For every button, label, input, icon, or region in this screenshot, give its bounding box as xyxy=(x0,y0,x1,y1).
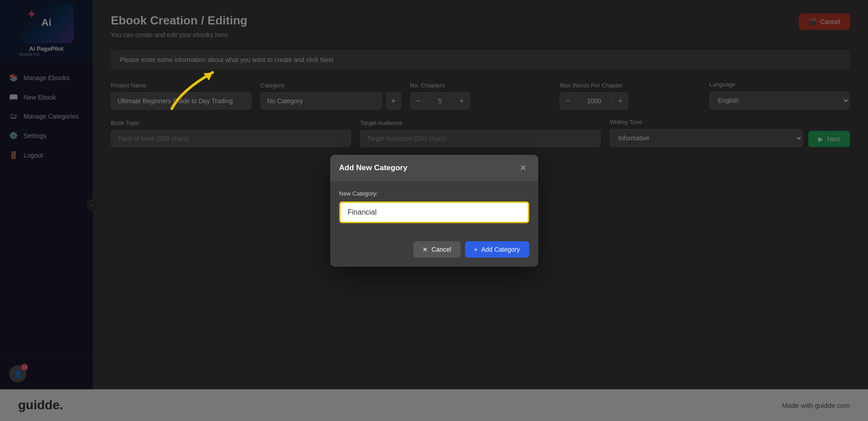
add-category-modal: Add New Category ✕ New Category: ✕ Cance… xyxy=(330,155,538,267)
modal-title: Add New Category xyxy=(339,163,408,172)
modal-body: New Category: xyxy=(330,181,538,241)
modal-input-label: New Category: xyxy=(339,190,529,197)
modal-close-button[interactable]: ✕ xyxy=(517,162,529,174)
modal-cancel-label: Cancel xyxy=(432,246,451,253)
modal-footer: ✕ Cancel + Add Category xyxy=(330,241,538,267)
cancel-icon: ✕ xyxy=(422,246,428,253)
arrow-annotation xyxy=(145,45,244,120)
modal-header: Add New Category ✕ xyxy=(330,155,538,181)
svg-marker-0 xyxy=(204,72,213,81)
modal-add-button[interactable]: + Add Category xyxy=(465,241,529,258)
add-icon: + xyxy=(474,246,478,253)
modal-add-label: Add Category xyxy=(481,246,520,253)
modal-cancel-button[interactable]: ✕ Cancel xyxy=(413,241,460,258)
category-name-input[interactable] xyxy=(339,201,529,223)
modal-overlay: Add New Category ✕ New Category: ✕ Cance… xyxy=(0,0,868,421)
